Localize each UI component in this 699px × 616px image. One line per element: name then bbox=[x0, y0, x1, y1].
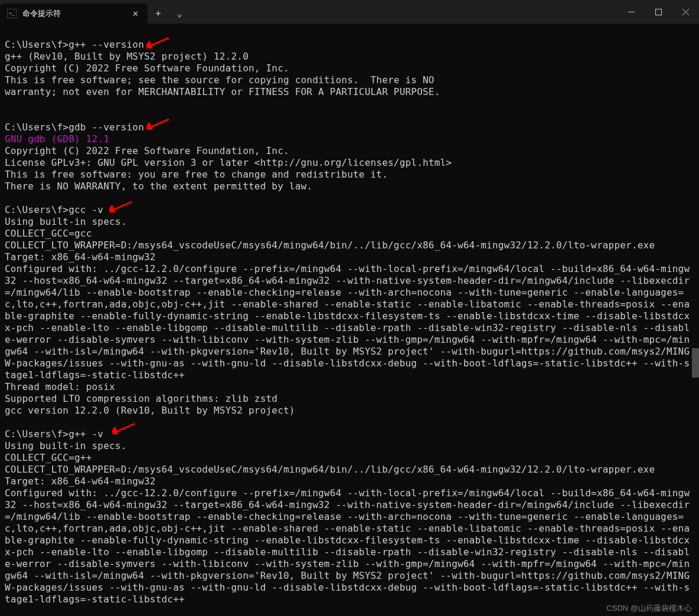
terminal-line: Thread model: posix bbox=[5, 381, 694, 393]
terminal-line: COLLECT_GCC=g++ bbox=[5, 452, 694, 464]
terminal-line: g++ (Rev10, Built by MSYS2 project) 12.2… bbox=[5, 51, 694, 63]
window-controls bbox=[618, 0, 699, 24]
terminal-line: warranty; not even for MERCHANTABILITY o… bbox=[5, 86, 694, 98]
terminal-line bbox=[5, 98, 694, 110]
tab-dropdown-button[interactable]: ⌄ bbox=[169, 4, 190, 24]
terminal-line: Copyright (C) 2022 Free Software Foundat… bbox=[5, 145, 694, 157]
new-tab-button[interactable]: + bbox=[148, 4, 169, 24]
terminal-line: COLLECT_LTO_WRAPPER=D:/msys64_vscodeUseC… bbox=[5, 240, 694, 251]
terminal-line: Using built-in specs. bbox=[5, 440, 694, 452]
terminal-line: Configured with: ../gcc-12.2.0/configure… bbox=[5, 487, 694, 605]
terminal-line: GNU gdb (GDB) 12.1 bbox=[5, 133, 694, 145]
close-window-button[interactable] bbox=[672, 0, 699, 24]
terminal-line: There is NO WARRANTY, to the extent perm… bbox=[5, 181, 694, 192]
terminal-line: Target: x86_64-w64-mingw32 bbox=[5, 476, 694, 487]
terminal-line: COLLECT_GCC=gcc bbox=[5, 228, 694, 240]
titlebar-drag-area[interactable] bbox=[190, 0, 618, 24]
terminal-line bbox=[5, 192, 694, 204]
scrollbar-thumb[interactable] bbox=[692, 348, 699, 378]
terminal-line: C:\Users\f>gdb --version bbox=[5, 122, 694, 133]
terminal-line: Copyright (C) 2022 Free Software Foundat… bbox=[5, 63, 694, 74]
cmd-icon: >_ bbox=[7, 9, 17, 18]
terminal-line bbox=[5, 110, 694, 122]
terminal-line: This is free software; see the source fo… bbox=[5, 74, 694, 86]
terminal-line: Supported LTO compression algorithms: zl… bbox=[5, 393, 694, 405]
terminal-line: C:\Users\f>g++ --version bbox=[5, 39, 694, 51]
terminal-line: COLLECT_LTO_WRAPPER=D:/msys64_vscodeUseC… bbox=[5, 464, 694, 476]
terminal-line bbox=[5, 417, 694, 428]
terminal-line: Using built-in specs. bbox=[5, 216, 694, 228]
terminal-output[interactable]: C:\Users\f>g++ --versiong++ (Rev10, Buil… bbox=[0, 24, 699, 610]
terminal-line: Target: x86_64-w64-mingw32 bbox=[5, 251, 694, 263]
titlebar: >_ 命令提示符 ✕ + ⌄ bbox=[0, 0, 699, 24]
minimize-button[interactable] bbox=[618, 0, 645, 24]
maximize-button[interactable] bbox=[645, 0, 672, 24]
terminal-line: C:\Users\f>g++ -v bbox=[5, 428, 694, 440]
svg-rect-3 bbox=[655, 9, 661, 15]
terminal-line: gcc version 12.2.0 (Rev10, Built by MSYS… bbox=[5, 405, 694, 417]
terminal-line: Configured with: ../gcc-12.2.0/configure… bbox=[5, 263, 694, 381]
tab-close-button[interactable]: ✕ bbox=[130, 8, 141, 19]
tab-active[interactable]: >_ 命令提示符 ✕ bbox=[0, 4, 148, 24]
svg-text:>_: >_ bbox=[9, 11, 15, 16]
terminal-line: License GPLv3+: GNU GPL version 3 or lat… bbox=[5, 157, 694, 169]
tab-title: 命令提示符 bbox=[22, 8, 124, 19]
watermark: CSDN @山药藤袋檀木心 bbox=[606, 603, 692, 614]
terminal-line: This is free software: you are free to c… bbox=[5, 169, 694, 181]
terminal-line bbox=[5, 27, 694, 39]
terminal-line: C:\Users\f>gcc -v bbox=[5, 204, 694, 216]
